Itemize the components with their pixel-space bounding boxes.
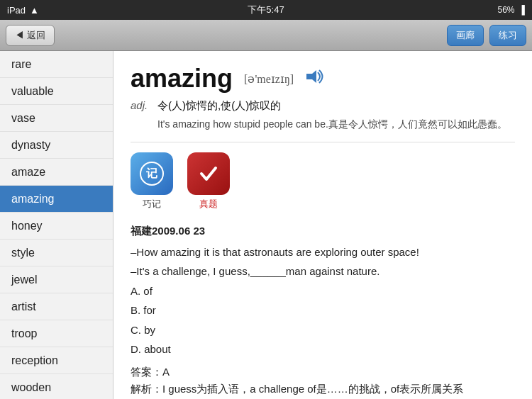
exercise-source: 福建2009.06 23 (131, 222, 515, 240)
definition-text: 令(人)惊愕的,使(人)惊叹的 (157, 99, 281, 113)
practice-button[interactable]: 练习 (489, 25, 526, 46)
exercise-section: 福建2009.06 23 –How amazing it is that ast… (131, 222, 515, 398)
sidebar-item-style[interactable]: style (0, 240, 113, 266)
option-c: C. by (131, 321, 515, 339)
exercise-line1: –How amazing it is that astronauts are e… (131, 243, 515, 262)
sidebar-item-jewel[interactable]: jewel (0, 266, 113, 293)
sidebar-item-dynasty[interactable]: dynasty (0, 132, 113, 159)
back-button[interactable]: ◀ 返回 (6, 25, 55, 46)
qiaoji-icon: 记 (131, 152, 173, 195)
battery-icon: ▐ (519, 5, 525, 15)
sidebar-item-rare[interactable]: rare (0, 51, 113, 78)
example-en: It's amazing how stupid people can be. (157, 118, 328, 130)
sidebar-item-vase[interactable]: vase (0, 105, 113, 132)
status-left: iPad ▲ (7, 5, 39, 16)
sidebar-item-amazing[interactable]: amazing (0, 186, 113, 213)
sidebar-item-troop[interactable]: troop (0, 320, 113, 347)
main-area: rarevaluablevasedynastyamazeamazinghoney… (0, 51, 532, 399)
example-text: It's amazing how stupid people can be.真是… (157, 117, 515, 132)
zhenti-icon (187, 152, 230, 195)
exercise-line2: –It's a challenge, I guess,______man aga… (131, 262, 515, 281)
ipad-label: iPad (7, 5, 26, 16)
sidebar-item-wooden[interactable]: wooden (0, 374, 113, 399)
word-title: amazing (131, 64, 233, 94)
zhenti-label: 真题 (199, 198, 218, 210)
status-time: 下午5:47 (248, 4, 284, 16)
pronunciation: [ə'meɪzɪŋ] (244, 72, 294, 86)
app-icons-row: 记 巧记 真题 (131, 152, 515, 210)
part-of-speech: adj. (131, 99, 150, 113)
answer: 答案：A 解析：I guess为插入语，a challenge of是……的挑战… (131, 363, 515, 398)
battery-level: 56% (497, 5, 514, 15)
toolbar: ◀ 返回 画廊 练习 (0, 20, 532, 51)
content-panel: amazing [ə'meɪzɪŋ] adj. 令(人)惊愕的,使(人)惊叹的 … (113, 51, 532, 399)
svg-marker-0 (306, 70, 316, 83)
sidebar-item-artist[interactable]: artist (0, 293, 113, 320)
sidebar: rarevaluablevasedynastyamazeamazinghoney… (0, 51, 113, 399)
sidebar-item-honey[interactable]: honey (0, 213, 113, 240)
qiaoji-label: 巧记 (143, 198, 161, 210)
answer-text: 答案：A (131, 363, 515, 381)
definition-row: adj. 令(人)惊愕的,使(人)惊叹的 (131, 99, 515, 113)
option-d: D. about (131, 340, 515, 359)
divider (131, 142, 515, 142)
sidebar-item-amaze[interactable]: amaze (0, 159, 113, 186)
status-right: 56% ▐ (497, 5, 525, 15)
option-b: B. for (131, 301, 515, 320)
speaker-icon[interactable] (305, 69, 325, 89)
analysis-text: 解析：I guess为插入语，a challenge of是……的挑战，of表示… (131, 381, 515, 398)
gallery-button[interactable]: 画廊 (447, 25, 484, 46)
svg-text:记: 记 (146, 167, 158, 179)
sidebar-item-reception[interactable]: reception (0, 347, 113, 374)
wifi-icon: ▲ (30, 5, 39, 16)
sidebar-item-valuable[interactable]: valuable (0, 78, 113, 105)
option-a: A. of (131, 282, 515, 300)
word-header: amazing [ə'meɪzɪŋ] (131, 64, 515, 94)
app-qiaoji[interactable]: 记 巧记 (131, 152, 173, 210)
status-bar: iPad ▲ 下午5:47 56% ▐ (0, 0, 532, 20)
example-zh: 真是令人惊愕，人们竟然可以如此愚蠢。 (328, 118, 507, 130)
app-zhenti[interactable]: 真题 (187, 152, 230, 210)
